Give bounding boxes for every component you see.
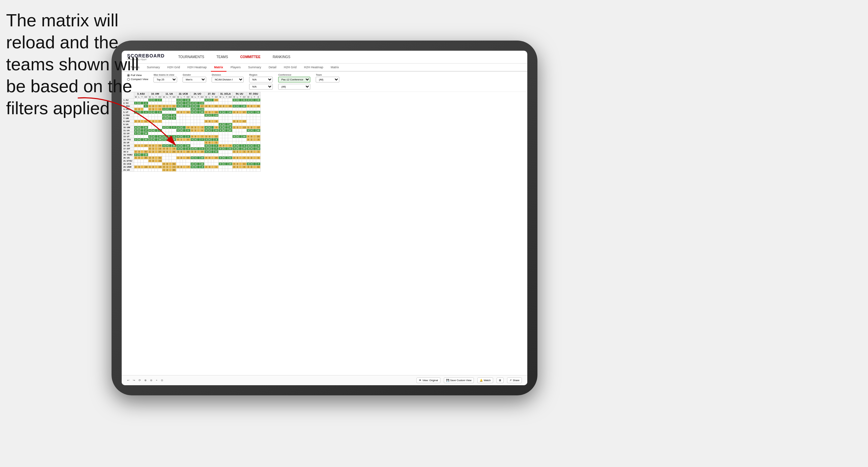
cell-r19-c18 bbox=[197, 156, 200, 159]
cell-r2-c24: 1 bbox=[219, 105, 222, 108]
cell-r15-c18 bbox=[197, 144, 200, 147]
cell-r0-c14 bbox=[183, 99, 186, 102]
cell-r17-c8: 0 bbox=[162, 150, 166, 153]
region-select2[interactable]: N/A bbox=[249, 84, 273, 90]
cell-r22-c17: 4 bbox=[194, 166, 197, 169]
cell-r3-c13 bbox=[180, 108, 183, 111]
cell-r11-c29 bbox=[236, 132, 239, 135]
cell-r21-c22 bbox=[211, 163, 214, 166]
cell-r9-c4 bbox=[148, 126, 152, 129]
cell-r23-c15 bbox=[186, 169, 190, 172]
cell-r14-c11 bbox=[172, 141, 176, 144]
cell-r20-c4: 4 bbox=[148, 159, 152, 163]
tab-players[interactable]: Players bbox=[227, 64, 244, 72]
cell-r2-c33: 0 bbox=[250, 105, 253, 108]
cell-r3-c33 bbox=[250, 108, 253, 111]
tab-h2h-heatmap2[interactable]: H2H Heatmap bbox=[300, 64, 327, 72]
cell-r1-c5 bbox=[152, 102, 155, 105]
cell-r9-c18 bbox=[197, 126, 200, 129]
cell-r7-c26 bbox=[225, 120, 228, 123]
cell-r18-c12 bbox=[176, 153, 180, 156]
cell-r19-c34 bbox=[253, 156, 256, 159]
watch-button[interactable]: 🔔 Watch bbox=[477, 377, 493, 383]
cell-r16-c16: 2 bbox=[190, 147, 194, 150]
cell-r0-c33: 3 bbox=[250, 99, 253, 102]
toolbar-icon3[interactable]: ⊖ bbox=[150, 379, 152, 382]
toolbar-undo[interactable]: ↩ bbox=[127, 379, 129, 382]
cell-r2-c31: 29 bbox=[242, 105, 247, 108]
share-button[interactable]: ↗ Share bbox=[507, 377, 522, 383]
toolbar-icon1[interactable]: ⟳ bbox=[139, 379, 141, 382]
cell-r3-c35 bbox=[256, 108, 261, 111]
cell-r5-c33 bbox=[250, 114, 253, 117]
cell-r11-c3: 19 bbox=[143, 132, 148, 135]
cell-r5-c16 bbox=[190, 114, 194, 117]
view-original-button[interactable]: 👁 View: Original bbox=[416, 377, 440, 383]
cell-r4-c10 bbox=[169, 111, 172, 114]
tab-detail[interactable]: Detail bbox=[265, 64, 280, 72]
cell-r8-c26 bbox=[225, 123, 228, 126]
cell-r4-c24: 3 bbox=[219, 111, 222, 114]
nav-rankings[interactable]: RANKINGS bbox=[271, 54, 292, 60]
cell-r23-c2 bbox=[141, 169, 144, 172]
cell-r16-c5: 1 bbox=[152, 147, 155, 150]
matrix-area[interactable]: 3. ASU 10. UW 11. UA 22. UCB 24. UO 27. … bbox=[122, 92, 527, 375]
cell-r6-c8: 4 bbox=[162, 117, 166, 120]
cell-r20-c32 bbox=[246, 159, 250, 163]
cell-r19-c20: 4 bbox=[204, 156, 208, 159]
cell-r8-c10 bbox=[169, 123, 172, 126]
cell-r6-c22 bbox=[211, 117, 214, 120]
tab-matrix2[interactable]: Matrix bbox=[327, 64, 342, 72]
division-select[interactable]: NCAA Division I bbox=[212, 77, 244, 82]
cell-r1-c32 bbox=[246, 102, 250, 105]
region-label: Region bbox=[249, 74, 273, 76]
conference-select2[interactable]: (All) bbox=[278, 84, 310, 90]
cell-r14-c4 bbox=[148, 141, 152, 144]
toolbar-icon5[interactable]: ⊙ bbox=[161, 379, 163, 382]
max-teams-select[interactable]: Top 25 bbox=[153, 77, 177, 82]
conference-select[interactable]: Pac-12 Conference bbox=[278, 77, 310, 82]
cell-r7-c17 bbox=[194, 120, 197, 123]
toolbar-redo[interactable]: ↪ bbox=[133, 379, 135, 382]
cell-r9-c16: 0 bbox=[190, 126, 194, 129]
tab-h2h-grid1[interactable]: H2H Grid bbox=[164, 64, 184, 72]
nav-teams[interactable]: TEAMS bbox=[214, 54, 230, 60]
toolbar-icon2[interactable]: ⊕ bbox=[144, 379, 147, 382]
tab-matrix-active[interactable]: Matrix bbox=[211, 64, 227, 72]
cell-r23-c4 bbox=[148, 169, 152, 172]
cell-r11-c9 bbox=[166, 132, 169, 135]
nav-committee[interactable]: COMMITTEE bbox=[238, 54, 263, 60]
cell-r5-c22 bbox=[211, 114, 214, 117]
cell-r15-c5: 0 bbox=[152, 144, 155, 147]
cell-r12-c0 bbox=[134, 135, 138, 138]
cell-r7-c35 bbox=[256, 120, 261, 123]
cell-r15-c3: 27 bbox=[143, 144, 148, 147]
tab-h2h-grid2[interactable]: H2H Grid bbox=[281, 64, 300, 72]
nav-tournaments[interactable]: TOURNAMENTS bbox=[176, 54, 206, 60]
cell-r22-c34 bbox=[253, 166, 256, 169]
cell-r10-c21: 1 bbox=[208, 129, 211, 132]
cell-r0-c15: 15 bbox=[186, 99, 190, 102]
cell-r4-c6 bbox=[154, 111, 158, 114]
tab-summary2[interactable]: Summary bbox=[245, 64, 265, 72]
cell-r14-c0 bbox=[134, 141, 138, 144]
cell-r6-c34 bbox=[253, 117, 256, 120]
team-select[interactable]: (All) bbox=[316, 77, 339, 82]
table-row: 18. U23311227012340193415231101340-1 bbox=[122, 150, 261, 153]
gender-select[interactable]: Men's bbox=[183, 77, 206, 82]
cell-r14-c22 bbox=[211, 141, 214, 144]
cell-r6-c31 bbox=[242, 117, 247, 120]
cell-r3-c28 bbox=[233, 108, 236, 111]
toolbar-icon4[interactable]: + bbox=[156, 379, 158, 382]
cell-r6-c28 bbox=[233, 117, 236, 120]
row-header-18: 18. U bbox=[122, 150, 134, 153]
cell-r16-c12: 3 bbox=[176, 147, 180, 150]
cell-r10-c6 bbox=[154, 129, 158, 132]
region-select[interactable]: N/A bbox=[249, 77, 273, 82]
layout-button[interactable]: ⊞ bbox=[497, 377, 504, 383]
save-custom-button[interactable]: 💾 Save Custom View bbox=[444, 377, 474, 383]
cell-r7-c4: 1 bbox=[148, 120, 152, 123]
cell-r16-c27: 11 bbox=[228, 147, 233, 150]
tab-h2h-heatmap1[interactable]: H2H Heatmap bbox=[184, 64, 210, 72]
cell-r3-c10 bbox=[169, 108, 172, 111]
